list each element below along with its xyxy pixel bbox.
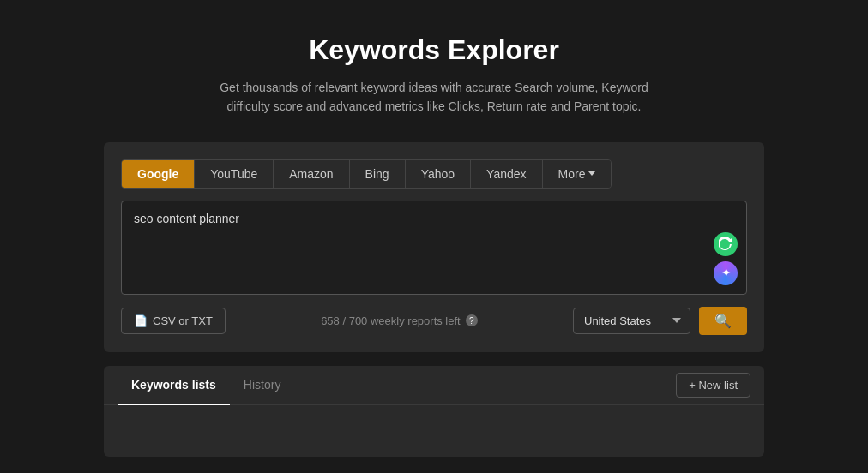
tab-yahoo[interactable]: Yahoo: [406, 160, 471, 188]
bottom-tabs-card: Keywords lists History + New list: [104, 366, 764, 457]
page-subtitle: Get thousands of relevant keyword ideas …: [211, 78, 657, 117]
tab-yandex[interactable]: Yandex: [471, 160, 542, 188]
floating-icons: ✦: [714, 232, 738, 285]
bottom-content-area: [104, 405, 764, 457]
csv-button[interactable]: 📄 CSV or TXT: [121, 308, 226, 334]
tab-more[interactable]: More: [543, 160, 612, 188]
bottom-row: 📄 CSV or TXT 658 / 700 weekly reports le…: [121, 307, 747, 335]
search-icon: 🔍: [714, 313, 732, 329]
weekly-reports-info: 658 / 700 weekly reports left ?: [321, 314, 478, 327]
tab-history[interactable]: History: [230, 366, 295, 405]
info-icon[interactable]: ?: [466, 314, 478, 326]
keyword-input[interactable]: seo content planner: [134, 212, 734, 266]
ai-icon[interactable]: ✦: [714, 261, 738, 285]
new-list-button[interactable]: + New list: [676, 373, 750, 398]
tab-youtube[interactable]: YouTube: [195, 160, 274, 188]
tab-google[interactable]: Google: [122, 160, 195, 188]
csv-label: CSV or TXT: [153, 314, 213, 327]
chevron-down-icon: [588, 171, 595, 176]
refresh-icon[interactable]: [714, 232, 738, 256]
weekly-reports-text: 658 / 700 weekly reports left: [321, 314, 461, 327]
engine-tabs-row: Google YouTube Amazon Bing Yahoo Yandex …: [121, 159, 612, 189]
main-card: Google YouTube Amazon Bing Yahoo Yandex …: [104, 142, 764, 352]
tab-keywords-lists[interactable]: Keywords lists: [118, 366, 230, 405]
search-button[interactable]: 🔍: [699, 307, 747, 335]
page-title: Keywords Explorer: [211, 34, 657, 66]
file-icon: 📄: [134, 314, 148, 327]
right-controls: United States United Kingdom Canada Aust…: [573, 307, 747, 335]
search-area: seo content planner ✦: [121, 201, 747, 295]
tab-bing[interactable]: Bing: [350, 160, 406, 188]
country-select[interactable]: United States United Kingdom Canada Aust…: [573, 308, 690, 334]
tab-more-label: More: [558, 167, 586, 181]
page-header: Keywords Explorer Get thousands of relev…: [211, 34, 657, 117]
tab-amazon[interactable]: Amazon: [274, 160, 349, 188]
bottom-tabs-row: Keywords lists History + New list: [104, 366, 764, 405]
